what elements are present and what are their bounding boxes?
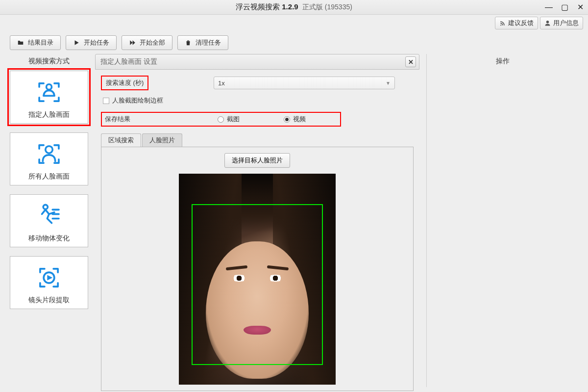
panel-body: 搜索速度 (秒) 1x ▼ 人脸截图绘制边框 保存结果 截图 视频 <box>95 70 419 391</box>
panel-title: 指定人脸画面 设置 <box>100 57 157 66</box>
svg-point-3 <box>43 205 48 209</box>
results-dir-button[interactable]: 结果目录 <box>10 35 61 50</box>
trash-icon <box>185 39 192 46</box>
operations-title: 操作 <box>427 54 578 71</box>
rss-icon <box>499 20 506 26</box>
user-info-button[interactable]: 用户信息 <box>540 17 583 29</box>
close-button[interactable]: ✕ <box>575 2 585 12</box>
draw-border-row[interactable]: 人脸截图绘制边框 <box>103 96 414 105</box>
clear-tasks-button[interactable]: 清理任务 <box>177 35 228 50</box>
face-scan-icon <box>10 77 88 107</box>
sidebar-item-label: 所有人脸画面 <box>10 172 88 181</box>
operations-panel: 操作 <box>426 54 578 387</box>
sidebar-item-motion[interactable]: 移动物体变化 <box>10 194 88 247</box>
feedback-label: 建议反馈 <box>508 19 534 27</box>
panel-close-button[interactable]: ✕ <box>405 56 416 67</box>
face-photo-preview <box>179 174 336 385</box>
save-result-row: 保存结果 截图 视频 <box>101 112 341 127</box>
settings-panel: 指定人脸画面 设置 ✕ 搜索速度 (秒) 1x ▼ 人脸截图绘制边框 保存结果 … <box>95 54 419 387</box>
play-icon <box>73 39 80 46</box>
radio-video[interactable] <box>284 116 290 123</box>
results-dir-label: 结果目录 <box>28 38 53 47</box>
radio-screenshot[interactable] <box>218 116 224 123</box>
header-row: 建议反馈 用户信息 <box>0 15 588 31</box>
app-edition: 正式版 <box>302 3 323 11</box>
video-label: 视频 <box>293 115 306 124</box>
clip-extract-icon <box>10 262 88 293</box>
save-video-option[interactable]: 视频 <box>284 115 306 124</box>
start-all-label: 开始全部 <box>140 38 165 47</box>
user-info-label: 用户信息 <box>553 19 579 27</box>
speed-label: 搜索速度 (秒) <box>101 76 148 90</box>
choose-face-photo-button[interactable]: 选择目标人脸照片 <box>224 153 290 168</box>
folder-icon <box>17 39 24 46</box>
save-label: 保存结果 <box>105 115 218 124</box>
start-task-label: 开始任务 <box>84 38 109 47</box>
window-title: 浮云视频搜索 1.2.9 正式版(195335) <box>236 2 352 12</box>
app-build: (195335) <box>325 3 352 11</box>
screenshot-label: 截图 <box>227 115 240 124</box>
title-bar: 浮云视频搜索 1.2.9 正式版(195335) — ▢ ✕ <box>0 0 588 15</box>
start-all-button[interactable]: 开始全部 <box>122 35 172 50</box>
sidebar-title: 视频搜索方式 <box>10 54 88 71</box>
main-area: 视频搜索方式 指定人脸画面 所有人脸画面 移动物体变化 镜头片段提取 <box>0 54 588 392</box>
user-icon <box>544 20 551 26</box>
clear-tasks-label: 清理任务 <box>196 38 221 47</box>
fast-forward-icon <box>129 39 136 46</box>
sub-tabs: 区域搜索 人脸照片 <box>101 133 414 147</box>
speed-value: 1x <box>218 79 225 87</box>
chevron-down-icon: ▼ <box>386 80 391 86</box>
draw-border-label: 人脸截图绘制边框 <box>112 96 163 105</box>
tab-content: 选择目标人脸照片 <box>101 147 414 391</box>
sidebar-item-specific-face[interactable]: 指定人脸画面 <box>10 71 88 124</box>
sidebar-item-label: 指定人脸画面 <box>10 110 88 119</box>
start-task-button[interactable]: 开始任务 <box>66 35 117 50</box>
sidebar-item-label: 镜头片段提取 <box>10 296 88 305</box>
app-version: 1.2.9 <box>282 2 298 11</box>
close-icon: ✕ <box>408 58 414 66</box>
svg-point-0 <box>47 84 52 90</box>
app-name: 浮云视频搜索 <box>236 2 280 11</box>
face-detection-rect <box>192 204 323 365</box>
window-controls: — ▢ ✕ <box>544 0 585 14</box>
running-icon <box>10 201 88 231</box>
save-screenshot-option[interactable]: 截图 <box>218 115 240 124</box>
tab-face-photo[interactable]: 人脸照片 <box>142 133 182 147</box>
panel-header: 指定人脸画面 设置 ✕ <box>95 54 419 70</box>
person-scan-icon <box>10 139 88 169</box>
sidebar-item-label: 移动物体变化 <box>10 234 88 243</box>
feedback-button[interactable]: 建议反馈 <box>495 17 538 29</box>
sidebar-item-clips[interactable]: 镜头片段提取 <box>10 256 88 309</box>
draw-border-checkbox[interactable] <box>103 98 109 104</box>
tab-region-search[interactable]: 区域搜索 <box>101 133 141 147</box>
sidebar: 视频搜索方式 指定人脸画面 所有人脸画面 移动物体变化 镜头片段提取 <box>10 54 88 387</box>
svg-point-2 <box>46 146 53 154</box>
speed-select[interactable]: 1x ▼ <box>214 77 395 89</box>
toolbar: 结果目录 开始任务 开始全部 清理任务 <box>0 31 588 54</box>
speed-row: 搜索速度 (秒) 1x ▼ <box>101 76 414 90</box>
maximize-button[interactable]: ▢ <box>560 2 569 12</box>
sidebar-item-all-faces[interactable]: 所有人脸画面 <box>10 132 88 185</box>
minimize-button[interactable]: — <box>544 3 554 12</box>
